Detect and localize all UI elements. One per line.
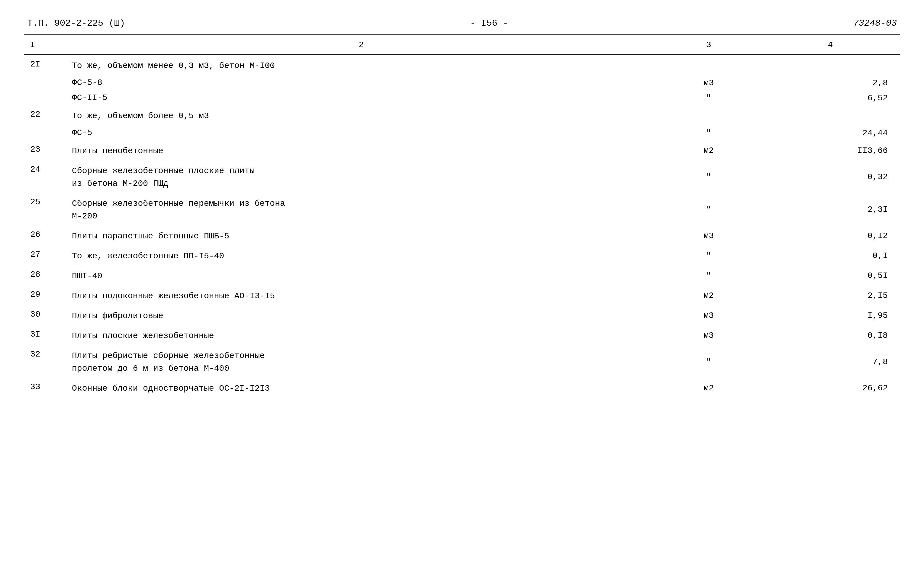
row-value: I,95 [761,305,900,325]
col-header-1: I [24,35,66,55]
row-description: ПШI-40 [66,266,657,286]
row-description: ФС-II-5 [66,90,657,106]
row-number: 33 [24,378,66,398]
row-value: 6,52 [761,90,900,106]
row-number: 24 [24,161,66,193]
row-value [761,55,900,76]
table-row: 26Плиты парапетные бетонные ПШБ-5м30,I2 [24,226,900,246]
row-unit: м3 [657,305,761,325]
row-number: 27 [24,246,66,266]
row-description: Плиты ребристые сборные железобетонные п… [66,345,657,378]
row-description: Плиты плоские железобетонные [66,325,657,345]
row-description: Плиты фибролитовые [66,305,657,325]
row-number: 22 [24,106,66,125]
row-unit: м3 [657,75,761,90]
row-unit: м3 [657,226,761,246]
row-description: Сборные железобетонные плоские плиты из … [66,161,657,193]
main-table-container: I 2 3 4 2IТо же, объемом менее 0,3 м3, б… [24,34,900,398]
row-value: 0,I2 [761,226,900,246]
col-header-4: 4 [761,35,900,55]
row-number [24,125,66,141]
row-value: 7,8 [761,345,900,378]
row-unit: м3 [657,325,761,345]
row-number: 25 [24,193,66,226]
row-unit: " [657,90,761,106]
col-header-3: 3 [657,35,761,55]
row-unit [657,55,761,76]
row-description: ФС-5-8 [66,75,657,90]
row-description: ФС-5 [66,125,657,141]
row-value: 2,I5 [761,286,900,305]
table-row: 25Сборные железобетонные перемычки из бе… [24,193,900,226]
table-row: ФС-5-8м32,8 [24,75,900,90]
row-number [24,90,66,106]
header-right: 73248-03 [853,18,897,28]
row-value: 0,5I [761,266,900,286]
row-unit: " [657,161,761,193]
row-unit: " [657,246,761,266]
row-unit: " [657,125,761,141]
table-row: 24Сборные железобетонные плоские плиты и… [24,161,900,193]
row-number: 3I [24,325,66,345]
page-header: Т.П. 902-2-225 (Ш) - I56 - 73248-03 [24,18,900,28]
header-left: Т.П. 902-2-225 (Ш) [27,18,125,28]
row-description: Плиты парапетные бетонные ПШБ-5 [66,226,657,246]
row-description: То же, объемом более 0,5 м3 [66,106,657,125]
row-value: 0,I [761,246,900,266]
row-number: 30 [24,305,66,325]
table-row: 32Плиты ребристые сборные железобетонные… [24,345,900,378]
table-row: 27То же, железобетонные ПП-I5-40"0,I [24,246,900,266]
row-unit: " [657,266,761,286]
row-number: 29 [24,286,66,305]
table-row: 22То же, объемом более 0,5 м3 [24,106,900,125]
row-value: II3,66 [761,141,900,161]
header-center: - I56 - [470,18,508,28]
table-row: 3IПлиты плоские железобетонныем30,I8 [24,325,900,345]
row-number: 2I [24,55,66,76]
row-number: 32 [24,345,66,378]
table-row: 2IТо же, объемом менее 0,3 м3, бетон М-I… [24,55,900,76]
row-description: Оконные блоки одностворчатые ОС-2I-I2I3 [66,378,657,398]
table-row: 29Плиты подоконные железобетонные АО-I3-… [24,286,900,305]
table-header-row: I 2 3 4 [24,35,900,55]
row-unit: м2 [657,141,761,161]
row-value: 26,62 [761,378,900,398]
col-header-2: 2 [66,35,657,55]
row-unit: м2 [657,378,761,398]
row-description: Плиты пенобетонные [66,141,657,161]
row-description: То же, железобетонные ПП-I5-40 [66,246,657,266]
row-value [761,106,900,125]
row-description: Плиты подоконные железобетонные АО-I3-I5 [66,286,657,305]
row-unit: " [657,193,761,226]
table-row: ФС-II-5"6,52 [24,90,900,106]
row-value: 2,3I [761,193,900,226]
row-number [24,75,66,90]
row-description: То же, объемом менее 0,3 м3, бетон М-I00 [66,55,657,76]
table-row: 30Плиты фибролитовыем3I,95 [24,305,900,325]
table-row: 23Плиты пенобетонныем2II3,66 [24,141,900,161]
row-number: 26 [24,226,66,246]
row-value: 2,8 [761,75,900,90]
table-row: 28ПШI-40"0,5I [24,266,900,286]
row-number: 23 [24,141,66,161]
row-value: 0,I8 [761,325,900,345]
row-unit: " [657,345,761,378]
row-unit [657,106,761,125]
row-value: 0,32 [761,161,900,193]
main-table: I 2 3 4 2IТо же, объемом менее 0,3 м3, б… [24,34,900,398]
table-row: 33Оконные блоки одностворчатые ОС-2I-I2I… [24,378,900,398]
row-unit: м2 [657,286,761,305]
row-number: 28 [24,266,66,286]
row-description: Сборные железобетонные перемычки из бето… [66,193,657,226]
table-row: ФС-5"24,44 [24,125,900,141]
row-value: 24,44 [761,125,900,141]
